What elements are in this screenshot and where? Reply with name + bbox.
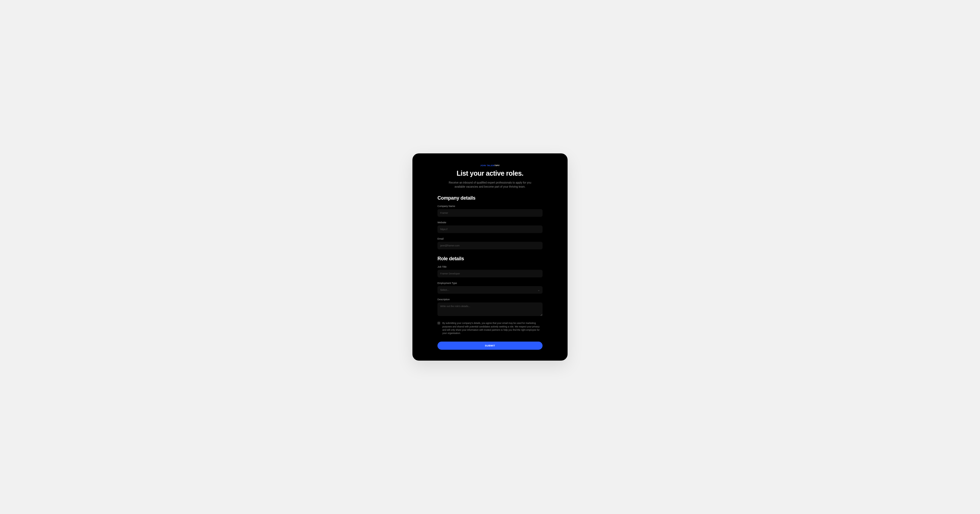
eyebrow: JOIN TALENTIFY	[438, 164, 542, 167]
description-field: Description	[438, 298, 542, 317]
role-section: Role details Job Title Employment Type S…	[438, 256, 542, 317]
role-section-title: Role details	[438, 256, 542, 262]
company-section-title: Company details	[438, 195, 542, 201]
consent-checkbox[interactable]	[438, 322, 440, 324]
website-field: Website	[438, 221, 542, 233]
form-card: JOIN TALENTIFY List your active roles. R…	[412, 153, 568, 360]
employment-type-field: Employment Type Select... ⌄	[438, 282, 542, 294]
website-label: Website	[438, 221, 542, 224]
job-title-input[interactable]	[438, 270, 542, 278]
company-name-field: Company Name	[438, 205, 542, 217]
company-name-label: Company Name	[438, 205, 542, 208]
job-title-label: Job Title	[438, 265, 542, 268]
company-name-input[interactable]	[438, 209, 542, 217]
email-input[interactable]	[438, 242, 542, 249]
description-textarea[interactable]	[438, 302, 542, 316]
employment-type-label: Employment Type	[438, 282, 542, 284]
submit-button[interactable]: SUBMIT	[438, 341, 542, 350]
email-label: Email	[438, 237, 542, 240]
employment-type-select-wrap: Select... ⌄	[438, 286, 542, 294]
description-label: Description	[438, 298, 542, 301]
eyebrow-part-blue: JOIN TALEN	[480, 164, 494, 167]
page-subtitle: Receive an inbound of qualified expert p…	[447, 181, 533, 189]
employment-type-select[interactable]: Select...	[438, 286, 542, 294]
consent-text: By submitting your company's details, yo…	[442, 322, 542, 335]
email-field: Email	[438, 237, 542, 249]
website-input[interactable]	[438, 225, 542, 233]
eyebrow-part-white: TIFY	[494, 164, 500, 167]
page-title: List your active roles.	[438, 170, 542, 177]
consent-row: By submitting your company's details, yo…	[438, 322, 542, 335]
job-title-field: Job Title	[438, 265, 542, 278]
